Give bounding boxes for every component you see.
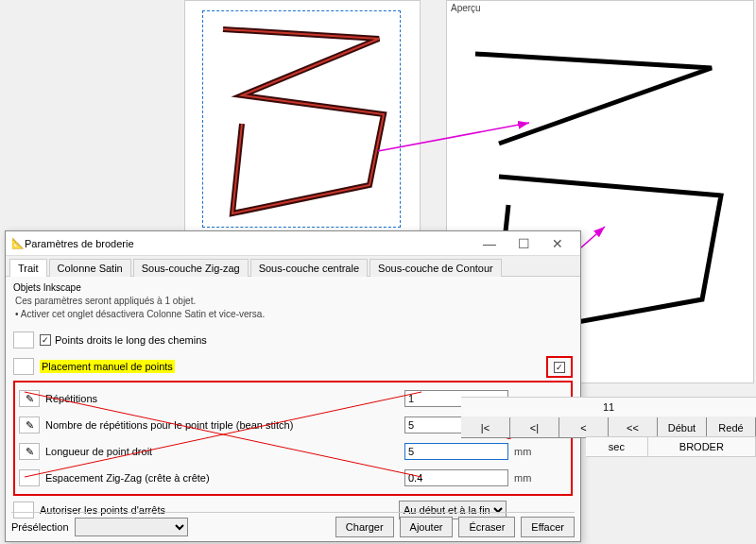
add-button[interactable]: Ajouter [400,517,454,537]
nav-redo[interactable]: Redé [707,417,756,438]
minimize-button[interactable]: — [472,231,507,256]
manual-checkbox[interactable]: ✓ [554,362,565,373]
clear-button[interactable]: Effacer [521,517,575,537]
maximize-button[interactable]: ☐ [507,231,541,256]
param-row: ✎ Longueur de point droit mm [19,439,567,464]
nav-prev[interactable]: < [559,417,609,438]
dialog-footer: Présélection Charger Ajouter Écraser Eff… [11,512,575,537]
load-button[interactable]: Charger [335,517,394,537]
tab-strip: Trait Colonne Satin Sous-couche Zig-zag … [6,256,580,277]
pencil-icon: ✎ [19,390,40,407]
section-heading: Objets Inkscape [13,282,573,293]
pencil-icon: ✎ [19,443,40,460]
tab-contour[interactable]: Sous-couche de Contour [369,259,502,277]
nav-prevblock[interactable]: <| [510,417,559,438]
icon-slot [13,358,34,375]
note-text: Ces paramètres seront appliqués à 1 obje… [15,295,573,320]
param-label: Nombre de répétitions pour le point trip… [45,419,404,431]
row-points: ✓ Points droits le long des chemins [13,328,573,352]
stitch-count: 11 [461,398,756,417]
pencil-icon: ✎ [19,416,40,434]
tab-satin[interactable]: Colonne Satin [49,259,131,277]
row-manual: Placement manuel de points ✓ [13,354,573,379]
preview-title: Aperçu [451,3,481,13]
tab-zigzag[interactable]: Sous-couche Zig-zag [133,259,249,277]
dialog-title: Paramètres de broderie [25,238,472,249]
nav-start[interactable]: Début [658,417,707,438]
param-row: Espacement Zig-Zag (crête à crête) mm [19,466,567,490]
dialog-titlebar[interactable]: 📐 Paramètres de broderie — ☐ ✕ [6,231,580,256]
zigzag-input[interactable] [404,469,508,486]
tab-central[interactable]: Sous-couche centrale [250,259,368,277]
preselection-label: Présélection [11,521,69,533]
param-label: Longueur de point droit [45,446,404,457]
sec-label: sec [586,436,648,457]
nav-first[interactable]: |< [461,417,510,438]
broder-label: BRODER [648,436,756,457]
preselection-select[interactable] [75,518,188,536]
icon-slot [13,332,34,348]
length-input[interactable] [404,443,508,460]
editor-canvas[interactable] [184,0,421,246]
params-dialog: 📐 Paramètres de broderie — ☐ ✕ Trait Col… [5,230,581,542]
manual-label: Placement manuel de points [40,360,175,373]
preview-nav: 11 |< <| < << Début Redé [461,397,756,438]
close-button[interactable]: ✕ [541,231,575,256]
overwrite-button[interactable]: Écraser [458,517,515,537]
unit: mm [514,472,531,484]
points-checkbox[interactable]: ✓ [40,334,51,346]
preview-status: sec BRODER [586,436,756,457]
selection-rect [202,10,401,228]
param-label: Répétitions [45,393,404,404]
points-label: Points droits le long des chemins [55,334,207,346]
nav-rewind[interactable]: << [609,417,658,438]
app-icon: 📐 [11,237,25,249]
icon-slot [19,469,40,486]
param-label: Espacement Zig-Zag (crête à crête) [45,472,404,484]
unit: mm [514,446,531,457]
tab-trait[interactable]: Trait [9,259,47,277]
